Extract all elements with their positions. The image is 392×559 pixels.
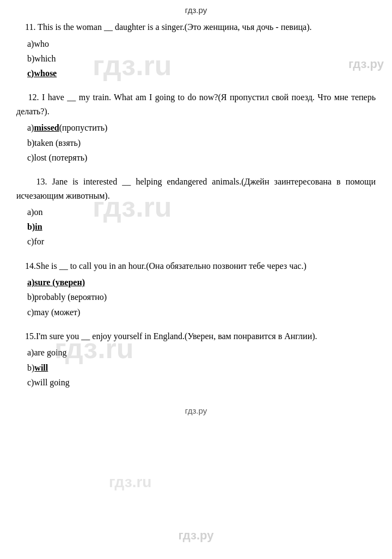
answer-12-a: a)missed(пропустить) bbox=[27, 120, 376, 135]
header-site-label: гдз.ру bbox=[185, 5, 207, 15]
answer-15-c: c)will going bbox=[27, 375, 376, 390]
watermark-5: гдз.ru bbox=[109, 474, 151, 491]
answer-14-a: a)sure (уверен) bbox=[27, 275, 376, 290]
question-15: 15.I'm sure you __ enjoy yourself in Eng… bbox=[16, 329, 376, 390]
answer-13-c: c)for bbox=[27, 234, 376, 249]
highlighted-the: the bbox=[63, 22, 74, 32]
question-11-text: 11. This is the woman __ daughter is a s… bbox=[16, 20, 376, 34]
answer-15-b: b)will bbox=[27, 360, 376, 375]
question-15-text: 15.I'm sure you __ enjoy yourself in Eng… bbox=[16, 329, 376, 343]
answer-15-a: a)are going bbox=[27, 345, 376, 360]
question-12: 12. I have __ my train. What am I going … bbox=[16, 90, 376, 165]
footer: гдз.ру bbox=[16, 406, 376, 415]
watermark-6: гдз.ру bbox=[179, 529, 214, 543]
question-14-text: 14.She is __ to call you in an hour.(Она… bbox=[16, 259, 376, 273]
answer-13-b: b)in bbox=[27, 219, 376, 234]
answer-14-c: c)may (может) bbox=[27, 305, 376, 320]
answer-12-c: c)lost (потерять) bbox=[27, 150, 376, 165]
question-11: 11. This is the woman __ daughter is a s… bbox=[16, 20, 376, 81]
site-header: гдз.ру bbox=[16, 5, 376, 15]
answer-12-b: b)taken (взять) bbox=[27, 136, 376, 150]
answer-11-a: a)who bbox=[27, 36, 376, 51]
question-12-text: 12. I have __ my train. What am I going … bbox=[16, 90, 376, 118]
answer-13-a: a)on bbox=[27, 205, 376, 219]
answer-14-b: b)probably (вероятно) bbox=[27, 290, 376, 304]
answer-11-c: c)whose bbox=[27, 66, 376, 81]
page-container: гдз.ру гдз.ru гдз.ру гдз.ru гдз.ru гдз.r… bbox=[0, 0, 392, 559]
question-14: 14.She is __ to call you in an hour.(Она… bbox=[16, 259, 376, 320]
footer-site-label: гдз.ру bbox=[185, 406, 207, 415]
question-13-text: 13. Jane is interested __ helping endang… bbox=[16, 175, 376, 202]
answer-11-b: b)which bbox=[27, 51, 376, 66]
question-13: 13. Jane is interested __ helping endang… bbox=[16, 175, 376, 249]
